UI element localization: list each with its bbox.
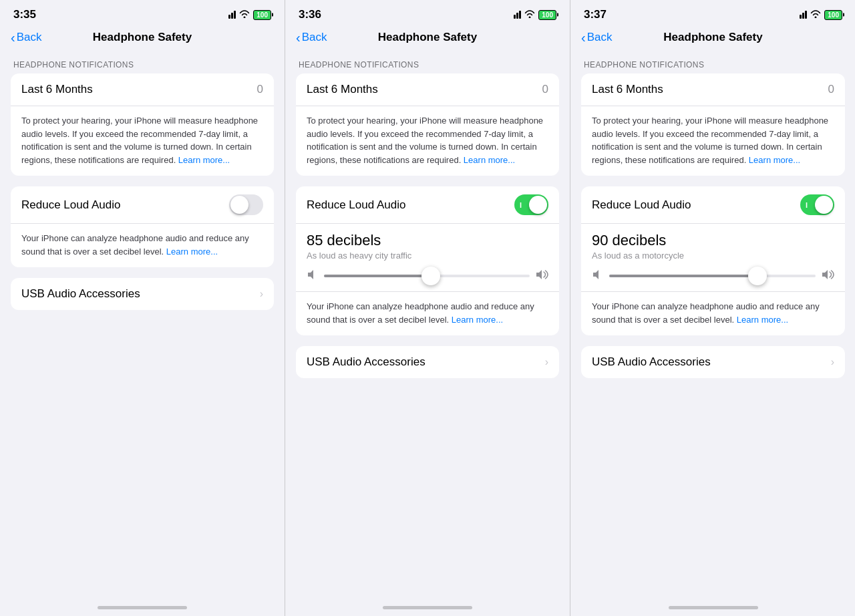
notifications-value: 0 (257, 83, 263, 96)
back-chevron-icon: ‹ (581, 31, 586, 44)
home-indicator (0, 601, 285, 616)
notifications-card: Last 6 Months0To protect your hearing, y… (296, 73, 559, 176)
reduce-loud-audio-description: Your iPhone can analyze headphone audio … (296, 292, 559, 335)
notifications-value: 0 (542, 83, 548, 96)
battery-icon: 100 (253, 10, 271, 20)
volume-slider-container (307, 269, 548, 286)
reduce-loud-audio-row: Reduce Loud AudioI (581, 186, 845, 224)
reduce-loud-audio-row: Reduce Loud Audio (11, 186, 274, 224)
reduce-loud-audio-card: Reduce Loud AudioI90 decibelsAs loud as … (581, 186, 845, 335)
notifications-row: Last 6 Months0 (581, 73, 845, 106)
back-label: Back (587, 31, 613, 44)
signal-icon (228, 11, 236, 19)
status-icons: 100 (228, 9, 271, 21)
notifications-value: 0 (828, 83, 834, 96)
wifi-icon (810, 9, 821, 21)
nav-bar: ‹BackHeadphone Safety (570, 25, 855, 49)
notifications-description: To protect your hearing, your iPhone wil… (581, 106, 845, 176)
content-area: HEADPHONE NOTIFICATIONSLast 6 Months0To … (0, 49, 285, 601)
toggle-thumb (529, 196, 547, 214)
notifications-description: To protect your hearing, your iPhone wil… (11, 106, 274, 176)
notifications-row: Last 6 Months0 (296, 73, 559, 106)
usb-accessories-card[interactable]: USB Audio Accessories› (581, 346, 845, 378)
reduce-loud-audio-toggle[interactable]: I (800, 194, 834, 215)
battery-icon: 100 (824, 10, 842, 20)
notifications-description: To protect your hearing, your iPhone wil… (296, 106, 559, 176)
notifications-card: Last 6 Months0To protect your hearing, y… (11, 73, 274, 176)
page-title: Headphone Safety (663, 31, 762, 44)
learn-more-link[interactable]: Learn more... (178, 155, 230, 165)
status-time: 3:35 (13, 8, 36, 21)
status-time: 3:37 (584, 8, 607, 21)
reduce-loud-audio-toggle[interactable]: I (514, 194, 548, 215)
volume-low-icon (307, 269, 319, 283)
back-button[interactable]: ‹Back (581, 31, 612, 44)
status-bar: 3:37 100 (570, 0, 855, 25)
home-bar (383, 606, 472, 609)
decibel-description: As loud as a motorcycle (592, 251, 834, 261)
usb-accessories-row[interactable]: USB Audio Accessories› (581, 346, 845, 378)
volume-slider-thumb[interactable] (748, 267, 767, 285)
decibel-value: 85 decibels (307, 232, 548, 249)
svg-marker-0 (308, 270, 313, 279)
toggle-thumb (230, 196, 248, 214)
decibel-section: 85 decibelsAs loud as heavy city traffic (296, 224, 559, 292)
signal-icon (514, 11, 521, 19)
usb-accessories-label: USB Audio Accessories (21, 287, 140, 301)
learn-more-link[interactable]: Learn more... (749, 155, 800, 165)
learn-more-link[interactable]: Learn more... (464, 155, 515, 165)
usb-accessories-card[interactable]: USB Audio Accessories› (296, 346, 559, 378)
usb-accessories-row[interactable]: USB Audio Accessories› (11, 278, 274, 310)
notifications-label: Last 6 Months (307, 83, 378, 96)
content-area: HEADPHONE NOTIFICATIONSLast 6 Months0To … (570, 49, 855, 601)
usb-accessories-label: USB Audio Accessories (307, 355, 425, 369)
home-indicator (570, 601, 855, 616)
phone-screen-screen2: 3:36 100‹BackHeadphone SafetyHEADPHONE N… (285, 0, 570, 616)
back-button[interactable]: ‹Back (296, 31, 327, 44)
reduce-loud-audio-toggle[interactable] (229, 194, 263, 215)
signal-icon (800, 11, 807, 19)
volume-slider-track[interactable] (609, 275, 816, 277)
volume-slider-track[interactable] (324, 275, 530, 277)
reduce-loud-audio-card: Reduce Loud AudioI85 decibelsAs loud as … (296, 186, 559, 335)
volume-slider-thumb[interactable] (421, 267, 440, 285)
back-chevron-icon: ‹ (296, 31, 301, 44)
usb-accessories-chevron-icon: › (831, 356, 834, 368)
reduce-learn-more-link[interactable]: Learn more... (737, 315, 788, 325)
back-label: Back (302, 31, 327, 44)
reduce-loud-audio-description: Your iPhone can analyze headphone audio … (581, 292, 845, 335)
section-header: HEADPHONE NOTIFICATIONS (581, 60, 845, 69)
home-indicator (285, 601, 570, 616)
decibel-value: 90 decibels (592, 232, 834, 249)
home-bar (669, 606, 758, 609)
nav-bar: ‹BackHeadphone Safety (0, 25, 285, 49)
decibel-section: 90 decibelsAs loud as a motorcycle (581, 224, 845, 292)
usb-accessories-chevron-icon: › (260, 288, 263, 300)
wifi-icon (239, 9, 250, 21)
reduce-loud-audio-row: Reduce Loud AudioI (296, 186, 559, 224)
usb-accessories-card[interactable]: USB Audio Accessories› (11, 278, 274, 310)
status-bar: 3:35 100 (0, 0, 285, 25)
status-icons: 100 (514, 9, 556, 21)
status-bar: 3:36 100 (285, 0, 570, 25)
volume-high-icon (821, 269, 834, 283)
status-icons: 100 (800, 9, 842, 21)
svg-marker-3 (822, 270, 828, 279)
usb-accessories-row[interactable]: USB Audio Accessories› (296, 346, 559, 378)
notifications-label: Last 6 Months (592, 83, 663, 96)
home-bar (98, 606, 187, 609)
back-button[interactable]: ‹Back (11, 31, 41, 44)
usb-accessories-label: USB Audio Accessories (592, 355, 711, 369)
phone-screen-screen3: 3:37 100‹BackHeadphone SafetyHEADPHONE N… (570, 0, 855, 616)
reduce-learn-more-link[interactable]: Learn more... (166, 247, 218, 257)
back-chevron-icon: ‹ (11, 31, 15, 44)
wifi-icon (524, 9, 535, 21)
section-header: HEADPHONE NOTIFICATIONS (11, 60, 274, 69)
page-title: Headphone Safety (93, 31, 192, 44)
content-area: HEADPHONE NOTIFICATIONSLast 6 Months0To … (285, 49, 570, 601)
reduce-learn-more-link[interactable]: Learn more... (452, 315, 503, 325)
decibel-description: As loud as heavy city traffic (307, 251, 548, 261)
phone-screen-screen1: 3:35 100‹BackHeadphone SafetyHEADPHONE N… (0, 0, 285, 616)
usb-accessories-chevron-icon: › (545, 356, 548, 368)
status-time: 3:36 (299, 8, 321, 21)
